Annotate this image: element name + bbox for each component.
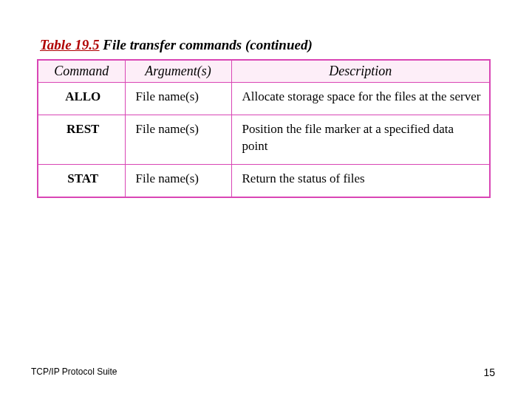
table-row: STAT File name(s) Return the status of f…	[38, 164, 490, 197]
table-row: ALLO File name(s) Allocate storage space…	[38, 83, 490, 115]
cell-command: ALLO	[38, 83, 125, 115]
footer-source: TCP/IP Protocol Suite	[31, 366, 117, 377]
cell-arguments: File name(s)	[125, 115, 231, 164]
commands-table: Command Argument(s) Description ALLO Fil…	[37, 59, 491, 198]
table-row: REST File name(s) Position the file mark…	[38, 115, 490, 164]
page-number: 15	[483, 366, 495, 378]
cell-arguments: File name(s)	[125, 83, 231, 115]
cell-description: Return the status of files	[231, 164, 490, 197]
table-header-row: Command Argument(s) Description	[38, 60, 490, 83]
cell-description: Allocate storage space for the files at …	[231, 83, 490, 115]
cell-description: Position the file marker at a specified …	[231, 115, 490, 164]
cell-command: REST	[38, 115, 125, 164]
header-description: Description	[231, 60, 490, 83]
caption-text: File transfer commands (continued)	[100, 37, 313, 52]
table-caption: Table 19.5 File transfer commands (conti…	[37, 37, 495, 53]
header-command: Command	[38, 60, 125, 83]
table-number: Table 19.5	[40, 37, 100, 52]
cell-command: STAT	[38, 164, 125, 197]
cell-arguments: File name(s)	[125, 164, 231, 197]
slide-content: Table 19.5 File transfer commands (conti…	[0, 0, 532, 198]
header-arguments: Argument(s)	[125, 60, 231, 83]
